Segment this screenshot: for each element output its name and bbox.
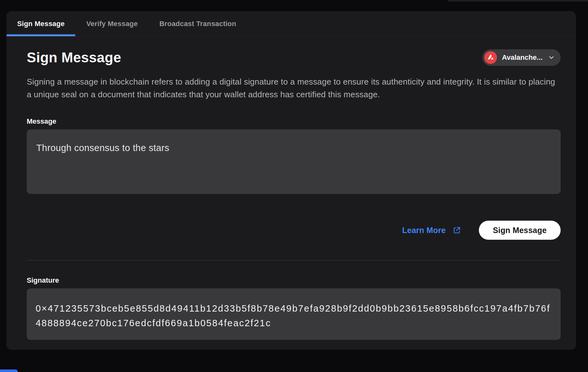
description-text: Signing a message in blockchain refers t… — [27, 75, 561, 101]
page-title: Sign Message — [27, 50, 121, 65]
partial-element-bottom-left — [0, 369, 18, 372]
sign-message-button[interactable]: Sign Message — [479, 221, 561, 240]
network-selector-label: Avalanche... — [502, 53, 542, 62]
message-label: Message — [27, 117, 561, 126]
header-row: Sign Message Avalanche... — [27, 49, 561, 66]
learn-more-label: Learn More — [402, 226, 446, 235]
partial-element-top-right — [447, 0, 588, 2]
signature-output: 0×471235573bceb5e855d8d49411b12d33b5f8b7… — [27, 288, 561, 340]
external-link-icon — [453, 226, 461, 234]
signature-label: Signature — [27, 276, 561, 285]
sign-message-card: Sign Message Verify Message Broadcast Tr… — [6, 11, 576, 350]
tab-bar: Sign Message Verify Message Broadcast Tr… — [6, 11, 576, 37]
tab-broadcast-transaction[interactable]: Broadcast Transaction — [149, 11, 247, 36]
message-input[interactable]: Through consensus to the stars — [27, 129, 561, 194]
actions-row: Learn More Sign Message — [27, 221, 561, 240]
avalanche-logo-icon — [484, 51, 497, 64]
tab-verify-message[interactable]: Verify Message — [75, 11, 149, 36]
network-selector-dropdown[interactable]: Avalanche... — [482, 49, 561, 66]
chevron-down-icon — [548, 54, 555, 61]
section-divider — [27, 260, 561, 260]
tab-sign-message[interactable]: Sign Message — [6, 11, 75, 36]
learn-more-link[interactable]: Learn More — [402, 226, 461, 235]
